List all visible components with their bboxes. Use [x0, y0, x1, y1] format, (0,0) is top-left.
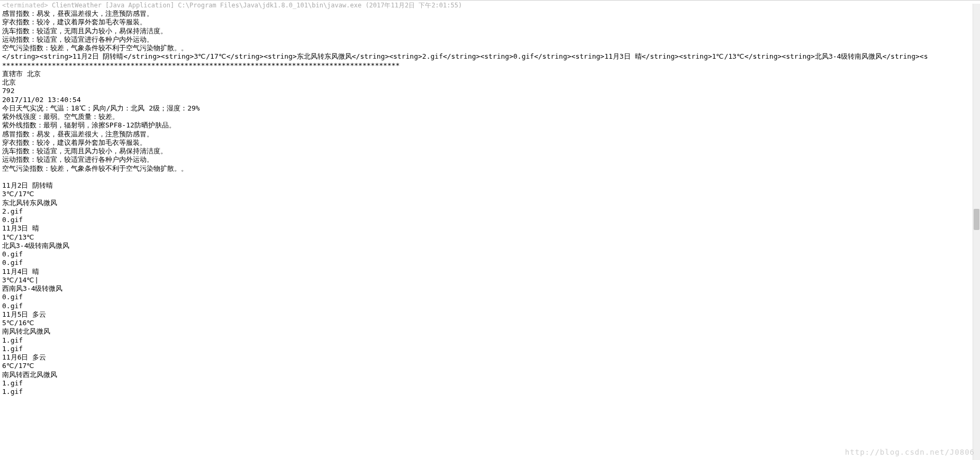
forecast-gif: 0.gif [2, 293, 978, 301]
vertical-scrollbar[interactable] [973, 4, 980, 460]
forecast-date: 11月5日 多云 [2, 310, 978, 319]
app-name: ClientWeather [Java Application] [52, 2, 174, 9]
forecast-wind: 西南风3-4级转微风 [2, 284, 978, 293]
forecast-gif: 1.gif [2, 345, 978, 353]
scrollbar-thumb[interactable] [974, 209, 979, 230]
jre-path: C:\Program Files\Java\jdk1.8.0_101\bin\j… [178, 2, 361, 9]
forecast-gif: 0.gif [2, 302, 978, 310]
city-line: 直辖市 北京 [2, 70, 978, 78]
uv-line: 紫外线强度：最弱。空气质量：较差。 [2, 113, 978, 121]
forecast-temp: 6℃/17℃ [2, 362, 978, 370]
console-line: 空气污染指数：较差，气象条件较不利于空气污染物扩散。。 [2, 44, 978, 52]
forecast-temp: 5℃/16℃ [2, 319, 978, 327]
forecast-gif: 1.gif [2, 379, 978, 388]
forecast-date: 11月3日 晴 [2, 224, 978, 233]
separator-line: ****************************************… [2, 61, 978, 70]
blank-line [2, 173, 978, 181]
today-realtime: 今日天气实况：气温：18℃；风向/风力：北风 2级；湿度：29% [2, 104, 978, 113]
wash-index: 洗车指数：较适宜，无雨且风力较小，易保持清洁度。 [2, 147, 978, 155]
forecast-wind: 南风转西北风微风 [2, 371, 978, 379]
forecast-gif: 0.gif [2, 216, 978, 224]
uv-index: 紫外线指数：最弱，辐射弱，涂擦SPF8-12防晒护肤品。 [2, 121, 978, 130]
forecast-temp: 3℃/17℃ [2, 190, 978, 198]
forecast-wind: 南风转北风微风 [2, 327, 978, 336]
forecast-gif: 1.gif [2, 388, 978, 396]
forecast-gif: 0.gif [2, 250, 978, 259]
city-code: 792 [2, 87, 978, 95]
forecast-temp: 1℃/13℃ [2, 233, 978, 242]
forecast-wind: 东北风转东风微风 [2, 199, 978, 207]
console-line: 运动指数：较适宜，较适宜进行各种户内外运动。 [2, 35, 978, 44]
xml-string-line: </string><string>11月2日 阴转晴</string><stri… [2, 52, 978, 61]
launch-timestamp: (2017年11月2日 下午2:01:55) [365, 2, 462, 9]
forecast-temp: 3℃/14℃| [2, 276, 978, 284]
watermark-text: http://blog.csdn.net/J0806 [845, 448, 975, 457]
forecast-date: 11月6日 多云 [2, 353, 978, 362]
forecast-date: 11月4日 晴 [2, 268, 978, 276]
console-line: 穿衣指数：较冷，建议着厚外套加毛衣等服装。 [2, 18, 978, 26]
sport-index: 运动指数：较适宜，较适宜进行各种户内外运动。 [2, 155, 978, 164]
cold-index: 感冒指数：易发，昼夜温差很大，注意预防感冒。 [2, 130, 978, 139]
air-index: 空气污染指数：较差，气象条件较不利于空气污染物扩散。。 [2, 164, 978, 173]
console-output[interactable]: <terminated> ClientWeather [Java Applica… [0, 0, 980, 397]
forecast-date: 11月2日 阴转晴 [2, 181, 978, 190]
forecast-gif: 2.gif [2, 207, 978, 216]
forecast-gif: 1.gif [2, 336, 978, 345]
forecast-gif: 0.gif [2, 259, 978, 267]
city-name: 北京 [2, 78, 978, 87]
console-line: 感冒指数：易发，昼夜温差很大，注意预防感冒。 [2, 10, 978, 18]
terminated-tag: <terminated> [2, 2, 48, 9]
dress-index: 穿衣指数：较冷，建议着厚外套加毛衣等服装。 [2, 139, 978, 147]
console-header: <terminated> ClientWeather [Java Applica… [2, 2, 978, 10]
forecast-wind: 北风3-4级转南风微风 [2, 242, 978, 250]
datetime-line: 2017/11/02 13:40:54 [2, 96, 978, 104]
console-line: 洗车指数：较适宜，无雨且风力较小，易保持清洁度。 [2, 27, 978, 35]
